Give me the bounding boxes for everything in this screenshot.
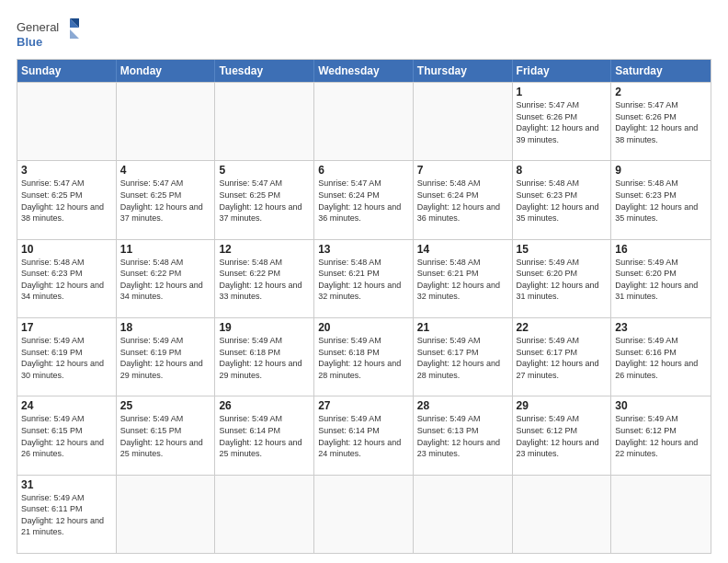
day-number: 15 — [517, 243, 608, 256]
sun-info: Sunrise: 5:48 AM Sunset: 6:22 PM Dayligh… — [219, 257, 310, 303]
day-number: 28 — [417, 399, 508, 412]
cal-cell: 14Sunrise: 5:48 AM Sunset: 6:21 PM Dayli… — [414, 240, 513, 317]
day-number: 26 — [219, 399, 310, 412]
cal-cell: 4Sunrise: 5:47 AM Sunset: 6:25 PM Daylig… — [117, 161, 216, 238]
cal-cell: 19Sunrise: 5:49 AM Sunset: 6:18 PM Dayli… — [215, 318, 314, 396]
cal-cell: 9Sunrise: 5:48 AM Sunset: 6:23 PM Daylig… — [611, 161, 711, 238]
cal-cell: 26Sunrise: 5:49 AM Sunset: 6:14 PM Dayli… — [215, 396, 314, 474]
sun-info: Sunrise: 5:47 AM Sunset: 6:25 PM Dayligh… — [21, 178, 112, 224]
cal-cell: 7Sunrise: 5:48 AM Sunset: 6:24 PM Daylig… — [414, 161, 513, 238]
cal-cell — [414, 83, 513, 160]
day-number: 11 — [120, 243, 211, 256]
day-number: 19 — [219, 321, 310, 334]
cal-cell — [17, 83, 117, 160]
cal-week-5: 24Sunrise: 5:49 AM Sunset: 6:15 PM Dayli… — [17, 396, 711, 474]
day-number: 3 — [21, 164, 112, 177]
day-number: 9 — [615, 164, 707, 177]
day-number: 29 — [517, 399, 608, 412]
cal-cell: 31Sunrise: 5:49 AM Sunset: 6:11 PM Dayli… — [17, 476, 117, 553]
cal-cell — [513, 476, 612, 553]
cal-cell: 3Sunrise: 5:47 AM Sunset: 6:25 PM Daylig… — [17, 161, 117, 238]
day-number: 12 — [219, 243, 310, 256]
sun-info: Sunrise: 5:49 AM Sunset: 6:15 PM Dayligh… — [120, 413, 211, 459]
day-number: 20 — [318, 321, 409, 334]
sun-info: Sunrise: 5:49 AM Sunset: 6:20 PM Dayligh… — [517, 257, 608, 303]
cal-cell: 24Sunrise: 5:49 AM Sunset: 6:15 PM Dayli… — [17, 396, 117, 474]
page: General Blue SundayMondayTuesdayWednesda… — [0, 0, 728, 563]
day-number: 18 — [120, 321, 211, 334]
sun-info: Sunrise: 5:49 AM Sunset: 6:16 PM Dayligh… — [615, 335, 707, 381]
day-number: 17 — [21, 321, 112, 334]
calendar-header: SundayMondayTuesdayWednesdayThursdayFrid… — [17, 60, 711, 82]
day-number: 21 — [417, 321, 508, 334]
sun-info: Sunrise: 5:49 AM Sunset: 6:17 PM Dayligh… — [417, 335, 508, 381]
sun-info: Sunrise: 5:49 AM Sunset: 6:14 PM Dayligh… — [219, 413, 310, 459]
cal-cell: 5Sunrise: 5:47 AM Sunset: 6:25 PM Daylig… — [215, 161, 314, 238]
cal-cell: 8Sunrise: 5:48 AM Sunset: 6:23 PM Daylig… — [513, 161, 612, 238]
sun-info: Sunrise: 5:49 AM Sunset: 6:17 PM Dayligh… — [517, 335, 608, 381]
cal-cell: 30Sunrise: 5:49 AM Sunset: 6:12 PM Dayli… — [611, 396, 711, 474]
day-number: 24 — [21, 399, 112, 412]
sun-info: Sunrise: 5:48 AM Sunset: 6:21 PM Dayligh… — [417, 257, 508, 303]
cal-cell: 13Sunrise: 5:48 AM Sunset: 6:21 PM Dayli… — [314, 240, 414, 317]
day-number: 27 — [318, 399, 409, 412]
cal-cell — [414, 476, 513, 553]
cal-cell: 2Sunrise: 5:47 AM Sunset: 6:26 PM Daylig… — [611, 83, 711, 160]
cal-cell: 25Sunrise: 5:49 AM Sunset: 6:15 PM Dayli… — [117, 396, 216, 474]
svg-text:Blue: Blue — [17, 35, 42, 49]
cal-week-4: 17Sunrise: 5:49 AM Sunset: 6:19 PM Dayli… — [17, 317, 711, 396]
cal-cell: 11Sunrise: 5:48 AM Sunset: 6:22 PM Dayli… — [117, 240, 216, 317]
sun-info: Sunrise: 5:49 AM Sunset: 6:12 PM Dayligh… — [615, 413, 707, 459]
day-number: 13 — [318, 243, 409, 256]
cal-cell: 6Sunrise: 5:47 AM Sunset: 6:24 PM Daylig… — [314, 161, 414, 238]
day-number: 23 — [615, 321, 707, 334]
cal-cell: 18Sunrise: 5:49 AM Sunset: 6:19 PM Dayli… — [117, 318, 216, 396]
cal-week-2: 3Sunrise: 5:47 AM Sunset: 6:25 PM Daylig… — [17, 160, 711, 238]
cal-cell: 10Sunrise: 5:48 AM Sunset: 6:23 PM Dayli… — [17, 240, 117, 317]
day-number: 6 — [318, 164, 409, 177]
cal-cell — [314, 83, 414, 160]
sun-info: Sunrise: 5:47 AM Sunset: 6:26 PM Dayligh… — [517, 99, 608, 145]
cal-header-day-monday: Monday — [117, 60, 216, 82]
sun-info: Sunrise: 5:47 AM Sunset: 6:25 PM Dayligh… — [120, 178, 211, 224]
cal-cell: 17Sunrise: 5:49 AM Sunset: 6:19 PM Dayli… — [17, 318, 117, 396]
cal-cell: 15Sunrise: 5:49 AM Sunset: 6:20 PM Dayli… — [513, 240, 612, 317]
sun-info: Sunrise: 5:48 AM Sunset: 6:24 PM Dayligh… — [417, 178, 508, 224]
logo: General Blue — [17, 17, 81, 52]
cal-cell: 21Sunrise: 5:49 AM Sunset: 6:17 PM Dayli… — [414, 318, 513, 396]
sun-info: Sunrise: 5:48 AM Sunset: 6:23 PM Dayligh… — [517, 178, 608, 224]
cal-week-1: 1Sunrise: 5:47 AM Sunset: 6:26 PM Daylig… — [17, 82, 711, 160]
sun-info: Sunrise: 5:49 AM Sunset: 6:12 PM Dayligh… — [517, 413, 608, 459]
day-number: 5 — [219, 164, 310, 177]
cal-header-day-wednesday: Wednesday — [314, 60, 414, 82]
svg-text:General: General — [17, 20, 59, 34]
sun-info: Sunrise: 5:49 AM Sunset: 6:19 PM Dayligh… — [21, 335, 112, 381]
cal-header-day-tuesday: Tuesday — [215, 60, 314, 82]
header: General Blue — [17, 17, 711, 52]
cal-cell — [314, 476, 414, 553]
sun-info: Sunrise: 5:49 AM Sunset: 6:15 PM Dayligh… — [21, 413, 112, 459]
sun-info: Sunrise: 5:48 AM Sunset: 6:23 PM Dayligh… — [615, 178, 707, 224]
day-number: 1 — [517, 86, 608, 98]
sun-info: Sunrise: 5:49 AM Sunset: 6:13 PM Dayligh… — [417, 413, 508, 459]
sun-info: Sunrise: 5:49 AM Sunset: 6:11 PM Dayligh… — [21, 492, 112, 538]
sun-info: Sunrise: 5:49 AM Sunset: 6:14 PM Dayligh… — [318, 413, 409, 459]
cal-cell — [117, 476, 216, 553]
cal-week-3: 10Sunrise: 5:48 AM Sunset: 6:23 PM Dayli… — [17, 239, 711, 317]
cal-cell: 12Sunrise: 5:48 AM Sunset: 6:22 PM Dayli… — [215, 240, 314, 317]
sun-info: Sunrise: 5:47 AM Sunset: 6:25 PM Dayligh… — [219, 178, 310, 224]
generalblue-logo-icon: General Blue — [17, 17, 81, 52]
cal-cell — [611, 476, 711, 553]
day-number: 2 — [615, 86, 707, 98]
cal-cell: 23Sunrise: 5:49 AM Sunset: 6:16 PM Dayli… — [611, 318, 711, 396]
calendar: SundayMondayTuesdayWednesdayThursdayFrid… — [17, 59, 711, 554]
day-number: 14 — [417, 243, 508, 256]
sun-info: Sunrise: 5:47 AM Sunset: 6:26 PM Dayligh… — [615, 99, 707, 145]
day-number: 16 — [615, 243, 707, 256]
sun-info: Sunrise: 5:48 AM Sunset: 6:22 PM Dayligh… — [120, 257, 211, 303]
sun-info: Sunrise: 5:49 AM Sunset: 6:18 PM Dayligh… — [219, 335, 310, 381]
calendar-body: 1Sunrise: 5:47 AM Sunset: 6:26 PM Daylig… — [17, 82, 711, 553]
cal-header-day-sunday: Sunday — [17, 60, 117, 82]
sun-info: Sunrise: 5:47 AM Sunset: 6:24 PM Dayligh… — [318, 178, 409, 224]
day-number: 8 — [517, 164, 608, 177]
